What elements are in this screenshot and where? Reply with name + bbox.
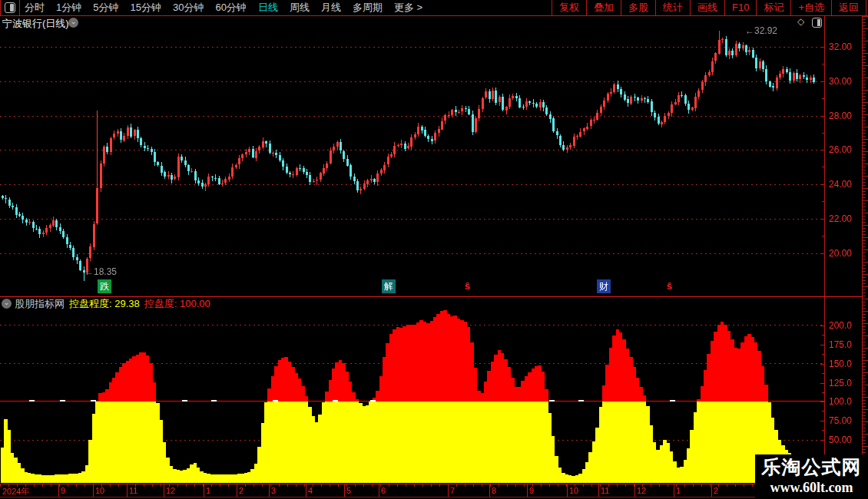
month-label: 9: [61, 486, 65, 495]
month-label: 11: [129, 486, 137, 495]
axis-tick-minor: [822, 201, 824, 202]
month-separator: [127, 484, 128, 497]
indicator-axis-label: 150.0: [829, 359, 852, 369]
action-item-复权[interactable]: 复权: [552, 0, 586, 15]
period-item-日线[interactable]: 日线: [258, 1, 278, 15]
layout-toggle-button[interactable]: [0, 0, 20, 15]
price-axis-label: 24.00: [829, 179, 852, 190]
month-separator: [634, 484, 635, 497]
watermark-url: www.60lt.com: [755, 479, 868, 496]
action-item-多股[interactable]: 多股: [621, 0, 655, 15]
month-separator: [164, 484, 164, 497]
threshold-dash: [370, 400, 376, 402]
threshold-dash: [333, 400, 338, 402]
title-row: 宁波银行(日线) ⌄ ◇: [0, 16, 868, 29]
axis-tick-major: [820, 440, 824, 441]
axis-tick-major: [820, 47, 824, 48]
axis-tick-major: [820, 253, 824, 254]
period-menu: 分时1分钟5分钟15分钟30分钟60分钟日线周线月线多周期更多 >: [25, 0, 422, 15]
action-item-画线[interactable]: 画线: [690, 0, 724, 15]
price-axis-label: 32.00: [829, 41, 852, 52]
x-axis-bottom-line: [0, 497, 868, 497]
threshold-dash: [60, 400, 65, 402]
split-view-icon: [5, 2, 15, 13]
period-item-分时[interactable]: 分时: [25, 1, 45, 15]
axis-tick-major: [820, 421, 824, 421]
axis-tick-minor: [822, 392, 824, 393]
app-window: 分时1分钟5分钟15分钟30分钟60分钟日线周线月线多周期更多 > 复权叠加多股…: [0, 0, 868, 499]
month-separator: [306, 484, 306, 497]
action-item-F10[interactable]: F10: [724, 0, 756, 15]
month-separator: [448, 484, 449, 497]
action-item-叠加[interactable]: 叠加: [586, 0, 621, 15]
month-label: 5: [346, 486, 351, 495]
axis-tick-major: [820, 150, 824, 150]
month-label: 4: [308, 486, 313, 495]
action-item-+自选[interactable]: +自选: [790, 0, 831, 15]
indicator-axis-label: 100.0: [829, 396, 852, 407]
month-separator: [674, 484, 674, 497]
event-badge-跌[interactable]: 跌: [98, 279, 111, 293]
axis-tick-minor: [822, 236, 824, 236]
month-label: 1: [676, 486, 681, 495]
month-label: 12: [637, 486, 646, 495]
month-label: 11: [601, 486, 609, 495]
threshold-dash: [182, 400, 187, 402]
time-axis-ticks: [0, 484, 824, 487]
month-label: 8: [492, 486, 496, 495]
period-item-5分钟[interactable]: 5分钟: [93, 1, 118, 15]
price-annotation: ←32.92: [745, 25, 777, 36]
axis-tick-minor: [822, 354, 824, 355]
right-ruler-strip[interactable]: [862, 16, 868, 499]
month-label: 2: [714, 486, 718, 495]
axis-tick-major: [820, 116, 824, 117]
axis-tick-minor: [822, 167, 824, 167]
axis-tick-minor: [822, 133, 824, 134]
month-label: 10: [95, 486, 104, 495]
month-separator: [379, 484, 379, 497]
action-item-统计[interactable]: 统计: [655, 0, 690, 15]
action-item-标记[interactable]: 标记: [756, 0, 790, 15]
indicator-axis-label: 50.00: [829, 435, 852, 445]
dividend-marker[interactable]: ŝ: [667, 281, 672, 292]
period-item-30分钟[interactable]: 30分钟: [173, 1, 204, 15]
threshold-dash: [29, 400, 35, 402]
threshold-100-line: [0, 401, 824, 402]
period-item-更多 >[interactable]: 更多 >: [394, 1, 422, 15]
indicator-axis-label: 200.0: [829, 320, 852, 331]
period-item-60分钟[interactable]: 60分钟: [215, 1, 246, 15]
price-axis-label: 30.00: [829, 76, 852, 87]
threshold-dash: [549, 400, 555, 402]
dividend-marker[interactable]: ŝ: [465, 281, 470, 292]
period-item-月线[interactable]: 月线: [321, 1, 341, 15]
price-axis-label: 26.00: [829, 144, 852, 155]
price-axis-label: 20.00: [829, 248, 852, 259]
axis-tick-major: [820, 402, 824, 402]
axis-tick-major: [820, 345, 824, 345]
price-axis-label: 28.00: [829, 111, 852, 121]
threshold-dash: [578, 400, 584, 402]
action-menu: 复权叠加多股统计画线F10标记+自选返回: [552, 0, 866, 15]
price-annotation: ←18.35: [84, 266, 117, 277]
diamond-icon[interactable]: ◇: [797, 16, 804, 27]
period-item-周线[interactable]: 周线: [290, 1, 310, 15]
month-label: 2: [239, 486, 244, 495]
period-item-多周期[interactable]: 多周期: [353, 1, 383, 15]
period-item-1分钟[interactable]: 1分钟: [56, 1, 81, 15]
title-chevron-down-icon[interactable]: ⌄: [68, 18, 78, 28]
action-item-返回[interactable]: 返回: [831, 0, 866, 15]
month-label: 7: [450, 486, 455, 495]
panel-split-icon[interactable]: [812, 18, 822, 28]
candlestick-chart-canvas[interactable]: [0, 29, 824, 296]
month-separator: [269, 484, 270, 497]
threshold-dash: [91, 400, 96, 402]
period-item-15分钟[interactable]: 15分钟: [130, 1, 161, 15]
axis-tick-minor: [822, 64, 824, 64]
month-label: 10: [569, 486, 578, 495]
month-separator: [527, 484, 528, 497]
month-separator: [237, 484, 237, 497]
event-badge-财[interactable]: 财: [597, 279, 611, 293]
event-badge-解[interactable]: 解: [382, 279, 396, 293]
indicator-axis-label: 75.00: [829, 415, 852, 426]
indicator-area-canvas[interactable]: [0, 307, 824, 484]
